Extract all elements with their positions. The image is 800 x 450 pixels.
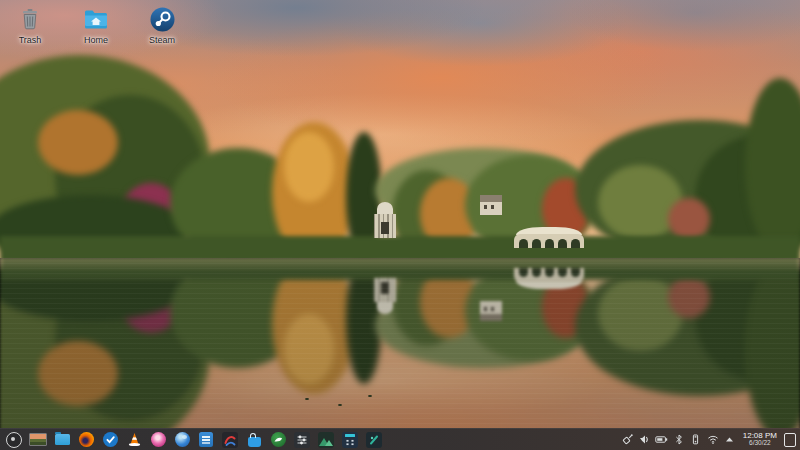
house-roof xyxy=(480,314,502,321)
bridge-arch xyxy=(545,268,554,277)
check-app-icon xyxy=(103,432,118,447)
desktop-icon-steam[interactable]: Steam xyxy=(136,6,188,45)
app-launcher-icon xyxy=(6,432,22,448)
pantheon-temple xyxy=(370,202,400,242)
taskbar-calculator[interactable] xyxy=(341,430,359,450)
house-roof xyxy=(480,195,502,202)
desktop-icon-home[interactable]: Home xyxy=(70,6,122,45)
taskbar-check-app[interactable] xyxy=(101,430,119,450)
text-editor-icon xyxy=(199,432,213,447)
autumn-tree xyxy=(38,110,118,175)
wallpaper xyxy=(0,0,800,450)
taskbar-green-animal-app[interactable] xyxy=(269,430,287,450)
waterline-bushes xyxy=(0,236,800,258)
duck xyxy=(305,398,309,400)
desktop-icon-label: Trash xyxy=(19,35,42,45)
expand-tray-button[interactable] xyxy=(722,430,738,450)
taskbar-media-orb[interactable] xyxy=(149,430,167,450)
bridge-arch xyxy=(519,239,528,248)
desktop-icon-label: Steam xyxy=(149,35,175,45)
removable-device-icon xyxy=(691,434,700,445)
home-folder-icon xyxy=(83,6,109,32)
desktop-icon-trash[interactable]: Trash xyxy=(4,6,56,45)
taskbar-vlc[interactable] xyxy=(125,430,143,450)
bridge-arch xyxy=(571,268,580,277)
discover-store-icon xyxy=(248,437,261,447)
clock-date: 6/30/22 xyxy=(749,440,771,447)
kde-connect-icon xyxy=(622,434,633,445)
wifi-icon xyxy=(707,434,719,445)
show-desktop-icon xyxy=(784,433,796,447)
red-bush xyxy=(668,276,710,318)
autumn-tree xyxy=(38,341,118,406)
mountain-shape xyxy=(325,440,333,446)
bridge-arch xyxy=(532,268,541,277)
taskbar-file-manager[interactable] xyxy=(53,430,71,450)
volume-icon xyxy=(639,434,650,445)
paint-app-icon xyxy=(222,432,238,448)
calc-keys xyxy=(345,439,355,446)
stone-house xyxy=(480,301,502,321)
golden-tree-highlight xyxy=(284,132,334,202)
photos-app-icon xyxy=(318,432,334,448)
taskbar-left-group xyxy=(0,430,383,450)
firefox-icon xyxy=(79,432,94,447)
removable-device-tray[interactable] xyxy=(688,430,704,450)
globe-browser-icon xyxy=(175,432,190,447)
digital-clock[interactable]: 12:08 PM 6/30/22 xyxy=(739,432,781,447)
taskbar-globe-browser[interactable] xyxy=(173,430,191,450)
taskbar-paint-app[interactable] xyxy=(221,430,239,450)
house-windows xyxy=(484,205,487,209)
house-windows xyxy=(484,307,487,311)
taskbar-video-editor[interactable] xyxy=(365,430,383,450)
expand-tray-icon xyxy=(725,435,734,444)
taskbar-firefox[interactable] xyxy=(77,430,95,450)
taskbar-photos[interactable] xyxy=(317,430,335,450)
video-editor-icon xyxy=(366,432,382,448)
system-tray: 12:08 PM 6/30/22 xyxy=(620,430,800,450)
desktop-screen: Trash Home xyxy=(0,0,800,450)
taskbar-mixer-settings[interactable] xyxy=(293,430,311,450)
bridge-arch xyxy=(519,268,528,277)
bridge-arch xyxy=(558,239,567,248)
file-manager-icon xyxy=(55,434,70,445)
palladian-bridge xyxy=(514,266,584,289)
steam-icon xyxy=(149,6,175,32)
battery-tray[interactable] xyxy=(654,430,670,450)
taskbar-pager[interactable] xyxy=(29,430,47,450)
media-orb-icon xyxy=(151,432,166,447)
kde-connect-tray[interactable] xyxy=(620,430,636,450)
green-animal-app-icon xyxy=(271,432,286,447)
volume-tray[interactable] xyxy=(637,430,653,450)
show-desktop-button[interactable] xyxy=(782,430,797,450)
taskbar-panel: 12:08 PM 6/30/22 xyxy=(0,428,800,450)
waterline-bushes xyxy=(0,258,800,280)
bridge-arch xyxy=(545,239,554,248)
temple-door xyxy=(381,282,389,294)
wifi-tray[interactable] xyxy=(705,430,721,450)
red-bush xyxy=(668,198,710,240)
desktop-icon-grid: Trash Home xyxy=(4,6,188,45)
temple-door xyxy=(381,222,389,234)
bridge-arch xyxy=(532,239,541,248)
duck xyxy=(338,404,342,406)
wallpaper-scene-mirror xyxy=(0,258,800,428)
desktop-icon-label: Home xyxy=(84,35,108,45)
taskbar-discover[interactable] xyxy=(245,430,263,450)
bluetooth-icon xyxy=(674,434,684,445)
taskbar-text-editor[interactable] xyxy=(197,430,215,450)
desktop-pager-icon xyxy=(29,433,47,446)
bridge-parapet xyxy=(516,281,582,289)
golden-tree-highlight xyxy=(284,314,334,384)
mixer-settings-icon xyxy=(294,432,310,448)
trash-icon xyxy=(17,6,43,32)
bluetooth-tray[interactable] xyxy=(671,430,687,450)
calculator-icon xyxy=(342,432,358,448)
bridge-arch xyxy=(571,239,580,248)
app-launcher-button[interactable] xyxy=(5,430,23,450)
calc-screen xyxy=(345,434,355,437)
battery-icon xyxy=(655,434,668,445)
duck xyxy=(368,395,372,397)
pantheon-temple xyxy=(370,274,400,314)
lake-reflection xyxy=(0,258,800,428)
